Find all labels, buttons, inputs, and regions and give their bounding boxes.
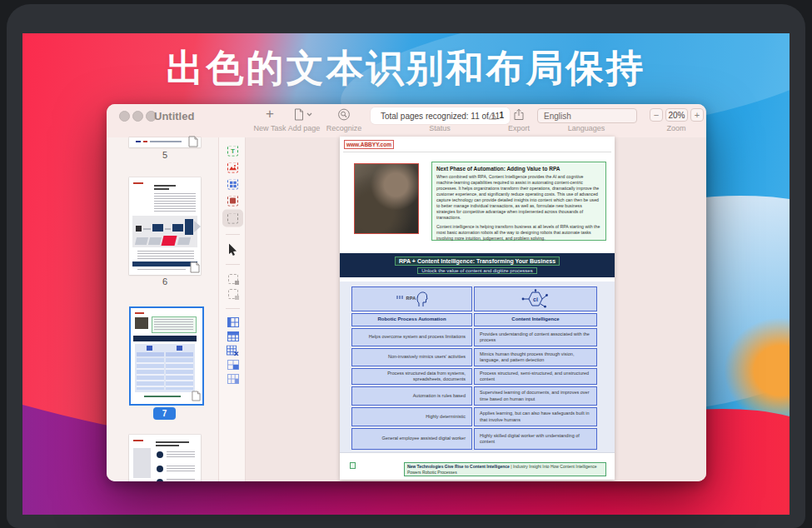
languages-field[interactable]: English [537, 108, 637, 123]
cursor-arrow-icon [228, 244, 237, 257]
doc-article-para1: When combined with RPA, Content Intellig… [436, 174, 601, 221]
add-page-button[interactable]: Add page [288, 124, 321, 132]
doc-table-panel: RPA ci [340, 281, 615, 453]
doc-banner-title: RPA + Content Intelligence: Transforming… [395, 257, 560, 266]
comparison-table: RPA ci [351, 286, 597, 450]
page-number-7-badge: 7 [153, 407, 176, 420]
doc-footer-text: New Technologies Give Rise to Content In… [404, 462, 606, 476]
export-icon[interactable] [514, 107, 525, 122]
recognized-page-icon [188, 136, 198, 147]
thumbnail-page-6[interactable] [129, 177, 201, 275]
add-to-area-tool[interactable] [219, 274, 247, 284]
thumbnails-panel: 5 [107, 137, 218, 481]
document-page: www.ABBYY.com Next Phase of Automation: … [340, 137, 615, 480]
doc-header-rule [343, 152, 611, 152]
warning-icon [488, 112, 497, 120]
doc-article-block: Next Phase of Automation: Adding Value t… [431, 162, 606, 241]
recognized-page-icon [192, 391, 201, 401]
subtract-from-area-tool[interactable] [219, 289, 247, 299]
svg-text:ci: ci [533, 296, 538, 302]
app-window: Untitled + New Task Add page Recognize T… [107, 104, 706, 481]
thumbnail-page-8[interactable] [129, 435, 201, 481]
zoom-label: Zoom [666, 124, 685, 132]
status-label: Status [429, 124, 451, 132]
status-field: Total pages recognized: 11 of 11 1 [371, 107, 510, 124]
doc-banner: RPA + Content Intelligence: Transforming… [340, 253, 615, 277]
titlebar: Untitled + New Task Add page Recognize T… [107, 104, 706, 138]
zoom-value-field: 20% [665, 108, 688, 122]
doc-article-para2: Content intelligence is helping transfor… [436, 224, 601, 242]
new-task-button[interactable]: New Task [254, 124, 286, 132]
delete-cells-tool[interactable] [219, 346, 247, 356]
status-warning: 1 [488, 111, 504, 120]
table-row: Process structured data from systems, sp… [351, 368, 597, 385]
recognize-icon[interactable] [338, 107, 351, 122]
area-tools-strip: T [218, 137, 246, 481]
minimize-window-button[interactable] [132, 111, 143, 122]
doc-banner-subtitle: Unlock the value of content and digitize… [417, 267, 536, 274]
table-row: Highly deterministic Applies learning, b… [351, 407, 597, 426]
split-cells-tool[interactable] [219, 374, 247, 384]
background-picture-area-tool[interactable] [219, 196, 247, 207]
status-text: Total pages recognized: 11 of 11 [381, 112, 500, 121]
zoom-value: 20% [668, 111, 685, 120]
rpa-icon-label: RPA [406, 296, 416, 301]
recognition-area-tool[interactable] [219, 213, 247, 224]
table-row: General employee assisted digital worker… [351, 428, 597, 450]
rpa-icon-cell: RPA [351, 286, 472, 311]
plus-icon: + [695, 111, 700, 120]
doc-footer: New Technologies Give Rise to Content In… [350, 462, 606, 476]
thumbnail-page-5[interactable] [129, 137, 201, 147]
page-number-5: 5 [129, 150, 201, 160]
text-area-tool[interactable]: T [219, 146, 247, 157]
table-row: Non-invasively mimics users' activities … [351, 348, 597, 366]
table-row: Automation is rules based Supervised lea… [351, 386, 597, 406]
recognized-page-icon [190, 262, 200, 273]
chevron-down-icon [306, 112, 312, 117]
languages-label: Languages [568, 124, 605, 132]
add-column-tool[interactable] [219, 317, 247, 327]
doc-url-text: www.ABBYY.com [344, 140, 394, 149]
warning-count: 1 [499, 111, 504, 120]
document-canvas[interactable]: www.ABBYY.com Next Phase of Automation: … [246, 137, 706, 481]
arrow-shape [194, 221, 201, 232]
table-area-tool[interactable] [219, 179, 247, 190]
window-title: Untitled [154, 110, 194, 122]
new-task-icon[interactable]: + [266, 107, 274, 122]
picture-area-tool[interactable] [219, 162, 247, 173]
merge-cells-tool[interactable] [219, 360, 247, 370]
add-page-icon[interactable] [294, 107, 312, 122]
add-row-tool[interactable] [219, 331, 247, 341]
image-icon [229, 165, 237, 171]
head-profile-icon [416, 291, 428, 307]
zoom-in-button[interactable]: + [690, 108, 704, 122]
export-button[interactable]: Export [508, 124, 530, 132]
table-header-left: Robotic Process Automation [351, 313, 472, 326]
screenshot-stage: 出色的文本识别和布局保持 Untitled + New Task Add pag… [0, 0, 812, 528]
close-window-button[interactable] [119, 111, 130, 122]
zoom-out-button[interactable]: − [650, 108, 663, 122]
languages-value: English [538, 112, 571, 121]
thumbnail-page-7-selected[interactable] [129, 306, 204, 406]
footer-marker-box [350, 462, 356, 469]
hero-title: 出色的文本识别和布局保持 [0, 43, 812, 93]
minus-icon: − [654, 111, 659, 120]
rpa-pins-icon [396, 296, 404, 302]
page-number-6: 6 [129, 276, 201, 286]
doc-photo [354, 163, 419, 234]
grid-icon [230, 181, 237, 187]
ci-hexagon-icon: ci [521, 289, 550, 309]
recognize-button[interactable]: Recognize [326, 124, 362, 132]
doc-article-heading: Next Phase of Automation: Adding Value t… [436, 166, 601, 172]
select-cursor-tool[interactable] [219, 244, 247, 257]
table-header-right: Content Intelligence [474, 313, 597, 326]
ci-icon-cell: ci [474, 286, 597, 311]
table-row: Helps overcome system and process limita… [351, 328, 597, 346]
